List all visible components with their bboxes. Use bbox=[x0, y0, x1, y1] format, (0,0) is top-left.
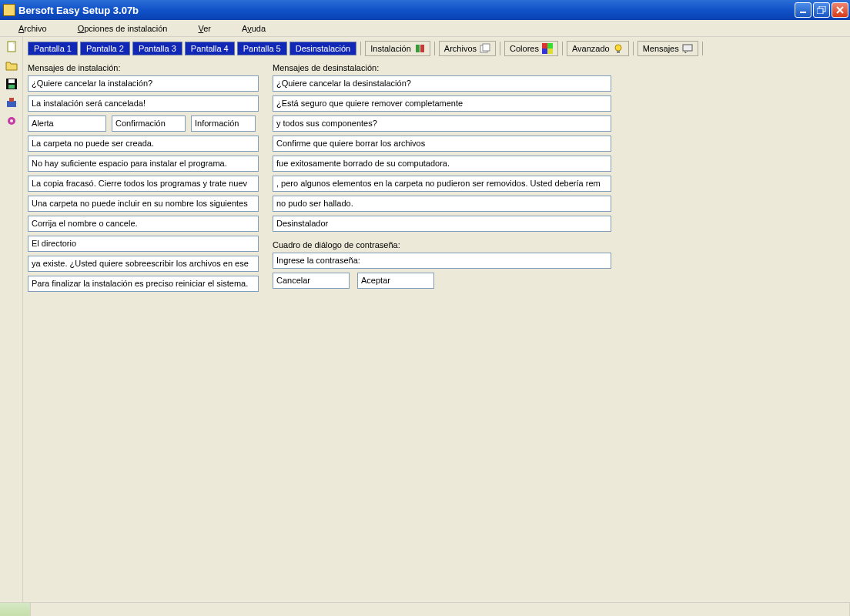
uninstall-msg-confirmdelete[interactable]: Confirme que quiere borrar los archivos bbox=[273, 136, 611, 152]
tab-avanzado[interactable]: Avanzado bbox=[567, 41, 629, 56]
install-msg-folder-noncreate[interactable]: La carpeta no puede ser creada. bbox=[28, 136, 259, 152]
svg-rect-16 bbox=[483, 44, 490, 51]
password-prompt[interactable]: Ingrese la contraseña: bbox=[273, 253, 611, 269]
open-folder-icon bbox=[5, 59, 18, 72]
install-msg-exists[interactable]: ya existe. ¿Usted quiere sobreescribir l… bbox=[28, 256, 259, 272]
window-title: Bersoft Easy Setup 3.07b bbox=[18, 5, 795, 16]
menubar: Archivo Opciones de instalación Ver Ayud… bbox=[0, 20, 850, 37]
bulb-icon bbox=[613, 43, 624, 54]
svg-rect-17 bbox=[542, 43, 547, 49]
tab-separator bbox=[500, 42, 500, 55]
minimize-button[interactable] bbox=[795, 2, 812, 18]
new-file-button[interactable] bbox=[4, 40, 19, 54]
tab-pantalla-5[interactable]: Pantalla 5 bbox=[237, 42, 287, 55]
svg-rect-7 bbox=[8, 79, 15, 83]
svg-rect-14 bbox=[420, 45, 424, 52]
install-msg-fixname[interactable]: Corrija el nombre o cancele. bbox=[28, 216, 259, 232]
content-area: Pantalla 1 Pantalla 2 Pantalla 3 Pantall… bbox=[23, 37, 850, 602]
install-msg-cancel-q[interactable]: ¿Quiere cancelar la instalación? bbox=[28, 75, 259, 92]
password-ok[interactable]: Aceptar bbox=[357, 273, 434, 289]
tab-separator bbox=[702, 42, 703, 55]
svg-rect-23 bbox=[683, 45, 692, 51]
build-button[interactable] bbox=[4, 95, 19, 109]
install-msg-invalidchars[interactable]: Una carpeta no puede incluir en su nombr… bbox=[28, 196, 259, 212]
tab-pantalla-2[interactable]: Pantalla 2 bbox=[80, 42, 130, 55]
tab-desinstalacion[interactable]: Desinstalación bbox=[289, 42, 357, 55]
svg-rect-0 bbox=[800, 12, 806, 13]
password-cancel[interactable]: Cancelar bbox=[273, 273, 350, 289]
install-msg-confirm[interactable]: Confirmación bbox=[112, 116, 186, 132]
install-msg-restart[interactable]: Para finalizar la instalación es preciso… bbox=[28, 276, 259, 292]
uninstall-msg-partial[interactable]: , pero algunos elementos en la carpeta n… bbox=[273, 176, 611, 192]
tab-separator bbox=[360, 42, 361, 55]
titlebar: Bersoft Easy Setup 3.07b bbox=[0, 0, 850, 20]
install-msg-info[interactable]: Información bbox=[191, 116, 256, 132]
app-icon bbox=[3, 4, 15, 16]
svg-rect-8 bbox=[8, 85, 15, 89]
tab-colores-label: Colores bbox=[510, 44, 539, 53]
tab-separator bbox=[562, 42, 563, 55]
menu-ayuda[interactable]: Ayuda bbox=[226, 22, 281, 35]
svg-rect-22 bbox=[617, 51, 620, 53]
tab-mensajes-label: Mensajes bbox=[643, 44, 679, 53]
files-icon bbox=[480, 43, 490, 54]
install-msg-dir[interactable]: El directorio bbox=[28, 236, 259, 252]
uninstall-messages-header: Mensajes de desinstalación: bbox=[273, 62, 611, 75]
side-toolbar bbox=[0, 37, 23, 602]
install-msg-cancelled[interactable]: La instalación será cancelada! bbox=[28, 95, 259, 112]
svg-point-12 bbox=[10, 119, 13, 122]
svg-rect-10 bbox=[9, 98, 14, 102]
tab-pantalla-3[interactable]: Pantalla 3 bbox=[132, 42, 182, 55]
form-columns: Mensajes de instalación: ¿Quiere cancela… bbox=[28, 62, 845, 296]
install-msg-alert[interactable]: Alerta bbox=[28, 116, 106, 132]
open-file-button[interactable] bbox=[4, 59, 19, 72]
svg-rect-9 bbox=[7, 101, 16, 107]
tab-instalacion[interactable]: Instalación bbox=[365, 41, 430, 56]
install-messages-column: Mensajes de instalación: ¿Quiere cancela… bbox=[28, 62, 259, 296]
install-msg-copyfail[interactable]: La copia fracasó. Cierre todos los progr… bbox=[28, 176, 259, 192]
uninstall-msg-success[interactable]: fue exitosamente borrado de su computado… bbox=[273, 156, 611, 172]
svg-rect-2 bbox=[817, 8, 823, 14]
uninstall-msg-sure[interactable]: ¿Está seguro que quiere remover completa… bbox=[273, 95, 611, 112]
svg-rect-19 bbox=[542, 49, 547, 54]
tab-separator bbox=[434, 42, 435, 55]
status-segment-1 bbox=[0, 603, 31, 616]
message-icon bbox=[682, 43, 693, 54]
install-icon bbox=[414, 43, 425, 54]
tab-colores[interactable]: Colores bbox=[504, 41, 558, 56]
restore-icon bbox=[817, 6, 826, 14]
password-dialog-header: Cuadro de diálogo de contraseña: bbox=[273, 239, 611, 253]
svg-rect-18 bbox=[547, 43, 553, 49]
svg-rect-13 bbox=[416, 45, 420, 52]
uninstall-msg-title[interactable]: Desinstalador bbox=[273, 216, 611, 232]
install-msg-nospace[interactable]: No hay suficiente espacio para instalar … bbox=[28, 156, 259, 172]
uninstall-msg-cancel-q[interactable]: ¿Quiere cancelar la desinstalación? bbox=[273, 75, 611, 92]
floppy-icon bbox=[5, 78, 18, 90]
new-file-icon bbox=[5, 41, 18, 53]
uninstall-msg-notfound[interactable]: no pudo ser hallado. bbox=[273, 196, 611, 212]
tab-archivos[interactable]: Archivos bbox=[439, 41, 496, 56]
settings-button[interactable] bbox=[4, 114, 19, 128]
window-buttons bbox=[795, 2, 848, 18]
tab-pantalla-1[interactable]: Pantalla 1 bbox=[28, 42, 78, 55]
svg-point-21 bbox=[615, 45, 621, 51]
gear-icon bbox=[5, 115, 18, 127]
restore-button[interactable] bbox=[813, 2, 830, 18]
tab-archivos-label: Archivos bbox=[444, 44, 477, 53]
tab-pantalla-4[interactable]: Pantalla 4 bbox=[185, 42, 235, 55]
tab-instalacion-label: Instalación bbox=[370, 44, 411, 53]
tab-avanzado-label: Avanzado bbox=[572, 44, 610, 53]
menu-opciones[interactable]: Opciones de instalación bbox=[62, 22, 183, 35]
tab-mensajes[interactable]: Mensajes bbox=[638, 41, 698, 56]
tab-separator bbox=[633, 42, 634, 55]
menu-archivo[interactable]: Archivo bbox=[3, 22, 62, 35]
build-icon bbox=[5, 96, 18, 109]
save-button[interactable] bbox=[4, 77, 19, 91]
uninstall-messages-column: Mensajes de desinstalación: ¿Quiere canc… bbox=[273, 62, 611, 296]
menu-ver[interactable]: Ver bbox=[183, 22, 227, 35]
svg-rect-20 bbox=[547, 49, 553, 54]
uninstall-msg-components[interactable]: y todos sus componentes? bbox=[273, 116, 611, 132]
close-button[interactable] bbox=[832, 2, 848, 18]
statusbar bbox=[0, 602, 850, 616]
minimize-icon bbox=[799, 7, 807, 13]
